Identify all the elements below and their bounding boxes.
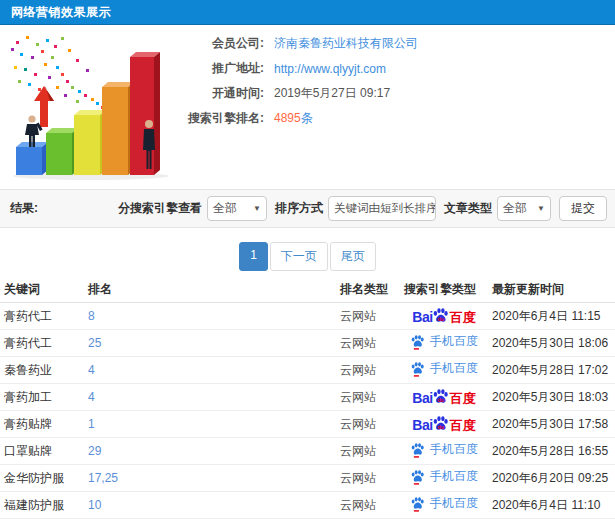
rank-link[interactable]: 17,25: [88, 471, 118, 485]
engine-filter-select[interactable]: 全部 ▼: [207, 196, 267, 221]
col-header-keyword: 关键词: [0, 277, 84, 303]
keyword-cell: 金华防护服: [0, 465, 84, 492]
engine-filter-label: 分搜索引擎查看: [118, 200, 202, 217]
confetti-dots: [11, 36, 104, 109]
article-type-label: 文章类型: [444, 200, 492, 217]
rank-link[interactable]: 8: [88, 309, 95, 323]
table-row: 膏药加工4云网站Baidu百度2020年5月30日 18:03: [0, 384, 615, 411]
baidu-paw-icon: du: [432, 307, 449, 324]
rank-link[interactable]: 10: [88, 498, 101, 512]
rank-count-unit: 条: [301, 111, 313, 125]
table-row: 口罩贴牌29云网站手机百度2020年5月28日 16:55: [0, 438, 615, 465]
mobile-baidu-badge: 手机百度: [410, 441, 478, 458]
info-section: 会员公司: 济南秦鲁药业科技有限公司 推广地址: http://www.qlyy…: [0, 29, 615, 187]
engine-type-cell: Baidu百度: [400, 384, 488, 411]
field-label: 会员公司:: [176, 35, 264, 52]
mobile-baidu-label: 手机百度: [430, 360, 478, 377]
mobile-baidu-icon: [410, 469, 425, 485]
filter-bar: 结果: 分搜索引擎查看 全部 ▼ 排序方式 关键词由短到长排序 ▼ 文章类型 全…: [0, 189, 615, 228]
keyword-rank-table: 关键词 排名 排名类型 搜索引擎类型 最新更新时间 膏药代工8云网站Baidu百…: [0, 277, 615, 520]
rank-count-number: 4895: [274, 111, 301, 125]
rank-link[interactable]: 4: [88, 363, 95, 377]
engine-type-cell: Baidu百度: [400, 303, 488, 330]
chevron-down-icon: ▼: [537, 204, 545, 213]
col-header-updated: 最新更新时间: [488, 277, 615, 303]
keyword-cell: 福建防护服: [0, 492, 84, 519]
table-header-row: 关键词 排名 排名类型 搜索引擎类型 最新更新时间: [0, 277, 615, 303]
table-row: 膏药代工25云网站手机百度2020年5月30日 18:06: [0, 330, 615, 357]
chevron-down-icon: ▼: [253, 204, 261, 213]
baidu-logo-bai: Bai: [412, 391, 432, 405]
updated-cell: 2020年6月4日 11:10: [488, 492, 615, 519]
rank-type-cell: 云网站: [336, 303, 400, 330]
last-page-button[interactable]: 尾页: [330, 242, 376, 271]
mobile-baidu-badge: 手机百度: [410, 468, 478, 485]
next-page-button[interactable]: 下一页: [270, 242, 328, 271]
submit-button[interactable]: 提交: [559, 196, 607, 221]
engine-type-cell: 手机百度: [400, 465, 488, 492]
baidu-logo: Baidu百度: [412, 388, 475, 405]
company-info-fields: 会员公司: 济南秦鲁药业科技有限公司 推广地址: http://www.qlyy…: [176, 29, 418, 187]
baidu-paw-icon: du: [432, 415, 449, 432]
rank-count-value: 4895条: [274, 110, 313, 127]
table-row: 金华防护服17,25云网站手机百度2020年6月20日 09:25: [0, 465, 615, 492]
open-time-value: 2019年5月27日 09:17: [274, 85, 390, 102]
keyword-cell: 秦鲁药业: [0, 357, 84, 384]
rank-type-cell: 云网站: [336, 465, 400, 492]
bar-green: [46, 128, 78, 175]
rank-cell: 8: [84, 303, 336, 330]
rank-type-cell: 云网站: [336, 438, 400, 465]
keyword-cell: 膏药代工: [0, 303, 84, 330]
svg-text:du: du: [437, 397, 444, 403]
engine-filter-value: 全部: [213, 200, 237, 217]
rank-cell: 10: [84, 492, 336, 519]
rank-type-cell: 云网站: [336, 384, 400, 411]
baidu-paw-icon: du: [432, 388, 449, 405]
bar-yellow: [74, 110, 106, 175]
mobile-baidu-badge: 手机百度: [410, 333, 478, 350]
rank-cell: 4: [84, 357, 336, 384]
company-link[interactable]: 济南秦鲁药业科技有限公司: [274, 35, 418, 52]
page-button-current[interactable]: 1: [239, 242, 268, 271]
svg-text:du: du: [437, 316, 444, 322]
marketing-results-window: 网络营销效果展示: [0, 0, 615, 520]
sort-select[interactable]: 关键词由短到长排序 ▼: [328, 196, 436, 221]
rank-link[interactable]: 29: [88, 444, 101, 458]
keyword-cell: 膏药加工: [0, 384, 84, 411]
baidu-logo: Baidu百度: [412, 415, 475, 432]
rank-cell: 17,25: [84, 465, 336, 492]
svg-text:du: du: [437, 424, 444, 430]
rank-type-cell: 云网站: [336, 411, 400, 438]
rank-cell: 29: [84, 438, 336, 465]
bar-blue: [16, 142, 48, 175]
mobile-baidu-icon: [410, 496, 425, 512]
baidu-logo-bai: Bai: [412, 310, 432, 324]
article-type-select[interactable]: 全部 ▼: [497, 196, 551, 221]
rank-link[interactable]: 4: [88, 390, 95, 404]
pagination: 1 下一页 尾页: [0, 228, 615, 271]
updated-cell: 2020年5月30日 18:03: [488, 384, 615, 411]
baidu-logo-bai: Bai: [412, 418, 432, 432]
engine-type-cell: Baidu百度: [400, 411, 488, 438]
baidu-logo: Baidu百度: [412, 307, 475, 324]
bar-chart-illustration: [6, 29, 176, 181]
table-row: 福建防护服10云网站手机百度2020年6月4日 11:10: [0, 492, 615, 519]
table-body: 膏药代工8云网站Baidu百度2020年6月4日 11:15膏药代工25云网站手…: [0, 303, 615, 520]
bar-red: [130, 52, 160, 175]
field-label: 开通时间:: [176, 85, 264, 102]
table-row: 膏药贴牌1云网站Baidu百度2020年5月30日 17:58: [0, 411, 615, 438]
baidu-logo-cn: 百度: [450, 392, 476, 405]
updated-cell: 2020年6月20日 09:25: [488, 465, 615, 492]
mobile-baidu-badge: 手机百度: [410, 495, 478, 512]
field-company: 会员公司: 济南秦鲁药业科技有限公司: [176, 37, 418, 50]
promotion-url-link[interactable]: http://www.qlyyjt.com: [274, 62, 386, 76]
engine-type-cell: 手机百度: [400, 330, 488, 357]
table-row: 膏药代工8云网站Baidu百度2020年6月4日 11:15: [0, 303, 615, 330]
updated-cell: 2020年5月28日 17:02: [488, 357, 615, 384]
keyword-cell: 口罩贴牌: [0, 438, 84, 465]
col-header-rank-type: 排名类型: [336, 277, 400, 303]
rank-link[interactable]: 1: [88, 417, 95, 431]
rank-link[interactable]: 25: [88, 336, 101, 350]
rank-type-cell: 云网站: [336, 357, 400, 384]
engine-type-cell: 手机百度: [400, 438, 488, 465]
